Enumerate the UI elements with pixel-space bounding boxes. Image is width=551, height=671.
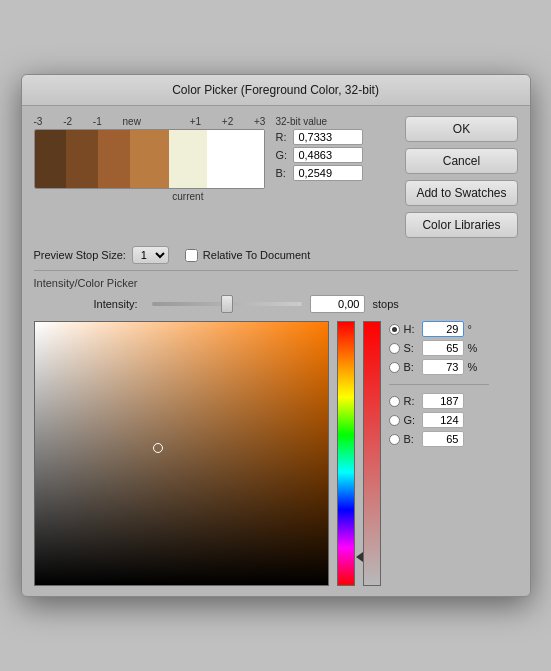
label-minus1: -1	[93, 116, 102, 127]
swatch-white	[207, 130, 264, 188]
r-row: R:	[389, 393, 489, 409]
intensity-label: Intensity:	[94, 298, 144, 310]
rgb-b-label: B:	[404, 433, 418, 445]
intensity-slider[interactable]	[152, 302, 302, 306]
h-radio[interactable]	[389, 324, 400, 335]
s-input[interactable]	[422, 340, 464, 356]
bit-value-section: 32-bit value R: G: B:	[275, 116, 395, 183]
color-field-dark	[35, 322, 328, 585]
bit-r-label: R:	[275, 131, 289, 143]
bit-b-input[interactable]	[293, 165, 363, 181]
r-label: R:	[404, 395, 418, 407]
bit-g-input[interactable]	[293, 147, 363, 163]
intensity-row: Intensity: stops	[94, 295, 518, 313]
g-radio[interactable]	[389, 415, 400, 426]
h-input[interactable]	[422, 321, 464, 337]
b-row: B: %	[389, 359, 489, 375]
hue-strip[interactable]	[337, 321, 355, 586]
label-plus2: +2	[222, 116, 233, 127]
preview-stop-row: Preview Stop Size: 1 2 3	[34, 246, 169, 264]
current-label: current	[172, 191, 203, 202]
relative-to-document-label: Relative To Document	[203, 249, 310, 261]
hsb-group: H: ° S: % B: %	[389, 321, 489, 385]
swatch-minus3[interactable]	[35, 130, 67, 188]
relative-to-document-row: Relative To Document	[185, 249, 310, 262]
swatch-placeholder	[169, 130, 207, 188]
swatch-new[interactable]	[130, 130, 168, 188]
rgb-b-radio[interactable]	[389, 434, 400, 445]
alpha-strip-container[interactable]	[363, 321, 381, 586]
swatch-strip	[34, 129, 266, 189]
swatch-labels: -3 -2 -1 new +1 +2 +3	[34, 116, 266, 127]
label-new: new	[123, 116, 141, 127]
rgb-group: R: G: B:	[389, 393, 489, 450]
bit-r-input[interactable]	[293, 129, 363, 145]
title-bar: Color Picker (Foreground Color, 32-bit)	[22, 75, 530, 106]
intensity-input[interactable]	[310, 295, 365, 313]
label-plus3: +3	[254, 116, 265, 127]
preview-stop-select[interactable]: 1 2 3	[132, 246, 169, 264]
controls-row: Preview Stop Size: 1 2 3 Relative To Doc…	[34, 246, 518, 264]
b-radio[interactable]	[389, 362, 400, 373]
g-label: G:	[404, 414, 418, 426]
h-row: H: °	[389, 321, 489, 337]
add-to-swatches-button[interactable]: Add to Swatches	[405, 180, 517, 206]
h-unit: °	[468, 323, 482, 335]
bit-value-title: 32-bit value	[275, 116, 395, 127]
dialog-title: Color Picker (Foreground Color, 32-bit)	[172, 83, 379, 97]
hue-arrow	[356, 552, 363, 562]
label-minus2: -2	[63, 116, 72, 127]
swatch-minus1[interactable]	[98, 130, 130, 188]
alpha-strip[interactable]	[363, 321, 381, 586]
hsb-inputs: H: ° S: % B: %	[389, 321, 489, 450]
color-field[interactable]	[35, 322, 328, 585]
color-libraries-button[interactable]: Color Libraries	[405, 212, 517, 238]
b-label: B:	[404, 361, 418, 373]
hue-strip-container[interactable]	[337, 321, 355, 586]
b-unit: %	[468, 361, 482, 373]
picker-row: H: ° S: % B: %	[34, 321, 518, 586]
bit-b-label: B:	[275, 167, 289, 179]
s-label: S:	[404, 342, 418, 354]
s-radio[interactable]	[389, 343, 400, 354]
h-label: H:	[404, 323, 418, 335]
relative-to-document-checkbox[interactable]	[185, 249, 198, 262]
b-input[interactable]	[422, 359, 464, 375]
rgb-b-input[interactable]	[422, 431, 464, 447]
ok-button[interactable]: OK	[405, 116, 517, 142]
g-row: G:	[389, 412, 489, 428]
label-minus3: -3	[34, 116, 43, 127]
buttons-col: OK Cancel Add to Swatches Color Librarie…	[405, 116, 517, 238]
color-field-container[interactable]	[34, 321, 329, 586]
swatch-minus2[interactable]	[66, 130, 98, 188]
preview-stop-label: Preview Stop Size:	[34, 249, 126, 261]
g-input[interactable]	[422, 412, 464, 428]
intensity-section-label: Intensity/Color Picker	[34, 277, 518, 289]
s-row: S: %	[389, 340, 489, 356]
bit-g-label: G:	[275, 149, 289, 161]
intensity-unit: stops	[373, 298, 399, 310]
r-radio[interactable]	[389, 396, 400, 407]
cancel-button[interactable]: Cancel	[405, 148, 517, 174]
color-picker-dialog: Color Picker (Foreground Color, 32-bit) …	[21, 74, 531, 597]
rgb-b-row: B:	[389, 431, 489, 447]
r-input[interactable]	[422, 393, 464, 409]
label-plus1: +1	[190, 116, 201, 127]
s-unit: %	[468, 342, 482, 354]
